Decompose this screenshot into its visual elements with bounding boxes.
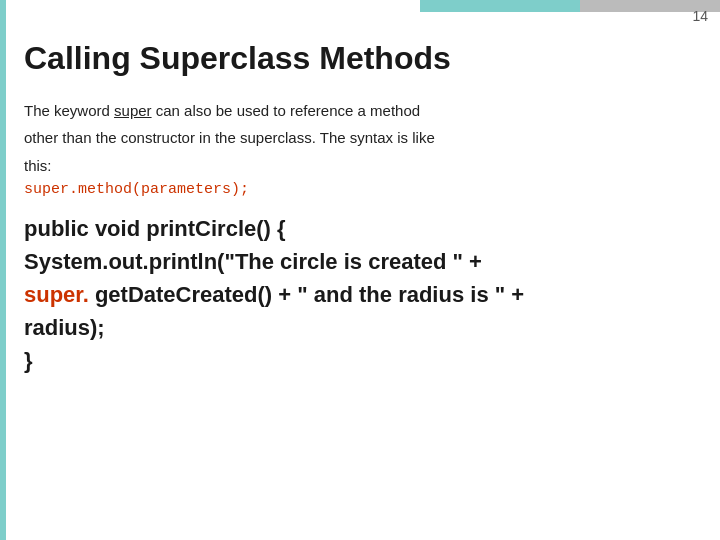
code-line-3: super. getDateCreated() + " and the radi… [24, 278, 700, 311]
code-line-3-rest: getDateCreated() + " and the radius is "… [89, 282, 524, 307]
code-line-1: public void printCircle() { [24, 212, 700, 245]
slide-content: Calling Superclass Methods The keyword s… [24, 30, 700, 377]
super-link: super [114, 102, 152, 119]
body-text-1: The keyword [24, 102, 114, 119]
body-paragraph-2: other than the constructor in the superc… [24, 126, 700, 149]
body-text-2: can also be used to reference a method [152, 102, 421, 119]
code-line-2: System.out.println("The circle is create… [24, 245, 700, 278]
top-bar-container [420, 0, 720, 12]
code-block: public void printCircle() { System.out.p… [24, 212, 700, 377]
slide-number: 14 [692, 8, 708, 24]
body-paragraph-3: this: [24, 154, 700, 177]
super-keyword: super. [24, 282, 89, 307]
slide-container: 14 Calling Superclass Methods The keywor… [0, 0, 720, 540]
syntax-line: super.method(parameters); [24, 181, 700, 198]
top-bar-teal [420, 0, 580, 12]
code-line-4: radius); [24, 311, 700, 344]
body-paragraph-1: The keyword super can also be used to re… [24, 99, 700, 122]
code-line-5: } [24, 344, 700, 377]
left-accent-bar [0, 0, 6, 540]
slide-title: Calling Superclass Methods [24, 40, 700, 77]
